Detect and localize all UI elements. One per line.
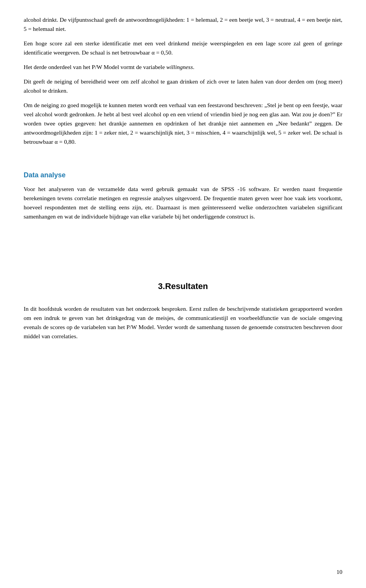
page: alcohol drinkt. De vijfpuntsschaal geeft… — [0, 0, 366, 588]
paragraph-5-text: Om de neiging zo goed mogelijk te kunnen… — [24, 102, 342, 145]
paragraph-5: Om de neiging zo goed mogelijk te kunnen… — [24, 101, 342, 146]
section-paragraph-1: Voor het analyseren van de verzamelde da… — [24, 185, 342, 221]
section-paragraph-1-text: Voor het analyseren van de verzamelde da… — [24, 186, 342, 220]
paragraph-1-text: alcohol drinkt. De vijfpuntsschaal geeft… — [24, 16, 342, 32]
spacer-1 — [24, 152, 342, 159]
spacer-2 — [24, 227, 342, 249]
paragraph-3-text: Het derde onderdeel van het P/W Model vo… — [24, 64, 194, 70]
page-number: 10 — [337, 567, 343, 577]
chapter-paragraph-1-text: In dit hoofdstuk worden de resultaten va… — [24, 305, 342, 339]
chapter-paragraph-1: In dit hoofdstuk worden de resultaten va… — [24, 304, 342, 341]
paragraph-4-text: Dit geeft de neiging of bereidheid weer … — [24, 78, 342, 94]
paragraph-3: Het derde onderdeel van het P/W Model vo… — [24, 63, 342, 72]
chapter-heading-resultaten: 3.Resultaten — [24, 280, 342, 293]
paragraph-4: Dit geeft de neiging of bereidheid weer … — [24, 77, 342, 95]
paragraph-1: alcohol drinkt. De vijfpuntsschaal geeft… — [24, 15, 342, 34]
paragraph-2-text: Een hoge score zal een sterke identifica… — [24, 40, 342, 56]
paragraph-2: Een hoge score zal een sterke identifica… — [24, 39, 342, 57]
section-heading-data-analyse: Data analyse — [24, 170, 342, 181]
